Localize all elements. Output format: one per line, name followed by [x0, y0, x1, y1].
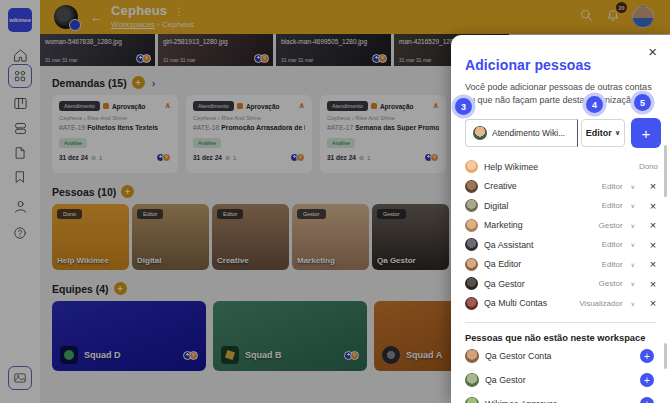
member-role: Gestor [599, 279, 623, 288]
members-list: Help Wikimee Dono Creative Editor ∨ × Di… [465, 157, 658, 313]
selected-person-avatar [473, 126, 487, 140]
non-member-row: Wikimee Approver + [465, 393, 658, 403]
member-name: Creative [484, 181, 517, 191]
non-member-name: Qa Gestor Conta [485, 351, 552, 361]
role-select-value: Editor [586, 128, 612, 138]
member-row: Qa Assistant Editor ∨ × [465, 235, 658, 255]
member-role: Visualizador [579, 299, 622, 308]
person-search-input[interactable]: Atendimento Wiki... [465, 119, 578, 147]
member-role: Dono [639, 162, 658, 171]
remove-member-button[interactable]: × [648, 297, 658, 309]
non-member-name: Qa Gestor [485, 375, 526, 385]
non-member-row: Qa Gestor + [465, 369, 658, 391]
avatar [465, 349, 479, 363]
panel-description: Você pode adicionar pessoas de outras co… [465, 81, 658, 107]
add-person-form: Atendimento Wiki... Editor ∨ + [465, 118, 658, 148]
app-window: wikimee ← [0, 0, 670, 403]
member-name: Qa Assistant [484, 240, 533, 250]
member-row: Qa Multi Contas Visualizador ∨ × [465, 294, 658, 314]
role-dropdown-chevron[interactable]: ∨ [631, 261, 635, 268]
role-dropdown-chevron[interactable]: ∨ [631, 280, 635, 287]
member-role: Gestor [599, 221, 623, 230]
role-dropdown-chevron[interactable]: ∨ [631, 300, 635, 307]
member-row: Creative Editor ∨ × [465, 177, 658, 197]
chevron-down-icon: ∨ [615, 129, 621, 137]
remove-member-button[interactable]: × [648, 278, 658, 290]
remove-member-button[interactable]: × [648, 200, 658, 212]
member-name: Help Wikimee [484, 162, 538, 172]
member-row: Qa Gestor Gestor ∨ × [465, 274, 658, 294]
member-row: Qa Editor Editor ∨ × [465, 255, 658, 275]
non-member-name: Wikimee Approver [485, 399, 556, 403]
non-members-header: Pessoas que não estão neste workspace [465, 333, 658, 343]
role-select[interactable]: Editor ∨ [581, 119, 625, 147]
avatar [465, 199, 478, 212]
member-name: Qa Editor [484, 259, 521, 269]
panel-title: Adicionar pessoas [465, 57, 658, 73]
avatar [465, 180, 478, 193]
remove-member-button[interactable]: × [648, 258, 658, 270]
close-panel-button[interactable]: × [648, 44, 657, 59]
member-name: Qa Multi Contas [484, 298, 547, 308]
scrollbar-thumb[interactable] [664, 145, 667, 197]
role-dropdown-chevron[interactable]: ∨ [631, 241, 635, 248]
member-role: Editor [602, 201, 623, 210]
add-people-panel: × Adicionar pessoas Você pode adicionar … [451, 35, 670, 403]
role-dropdown-chevron[interactable]: ∨ [631, 183, 635, 190]
person-search-value: Atendimento Wiki... [492, 128, 565, 138]
avatar [465, 297, 478, 310]
scrollbar-thumb[interactable] [664, 343, 667, 369]
avatar [465, 219, 478, 232]
tutorial-step-3-badge: 3 [455, 98, 472, 115]
avatar [465, 238, 478, 251]
member-row: Marketing Gestor ∨ × [465, 216, 658, 236]
add-non-member-button[interactable]: + [640, 397, 654, 403]
confirm-add-person-button[interactable]: + [631, 118, 661, 148]
remove-member-button[interactable]: × [648, 180, 658, 192]
tutorial-step-4-badge: 4 [586, 96, 603, 113]
member-name: Digital [484, 201, 508, 211]
member-row: Help Wikimee Dono [465, 157, 658, 177]
member-role: Editor [602, 240, 623, 249]
non-member-row: Qa Gestor Conta + [465, 345, 658, 367]
tutorial-step-5-badge: 5 [634, 94, 651, 111]
member-name: Qa Gestor [484, 279, 525, 289]
add-non-member-button[interactable]: + [640, 349, 654, 363]
avatar [465, 277, 478, 290]
add-non-member-button[interactable]: + [640, 373, 654, 387]
role-dropdown-chevron[interactable]: ∨ [631, 222, 635, 229]
avatar [465, 373, 479, 387]
divider [465, 322, 656, 323]
member-row: Digital Editor ∨ × [465, 196, 658, 216]
role-dropdown-chevron[interactable]: ∨ [631, 202, 635, 209]
remove-member-button[interactable]: × [648, 219, 658, 231]
member-role: Editor [602, 260, 623, 269]
member-role: Editor [602, 182, 623, 191]
avatar [465, 160, 478, 173]
avatar [465, 258, 478, 271]
member-name: Marketing [484, 220, 523, 230]
remove-member-button[interactable]: × [648, 239, 658, 251]
avatar [465, 397, 479, 403]
